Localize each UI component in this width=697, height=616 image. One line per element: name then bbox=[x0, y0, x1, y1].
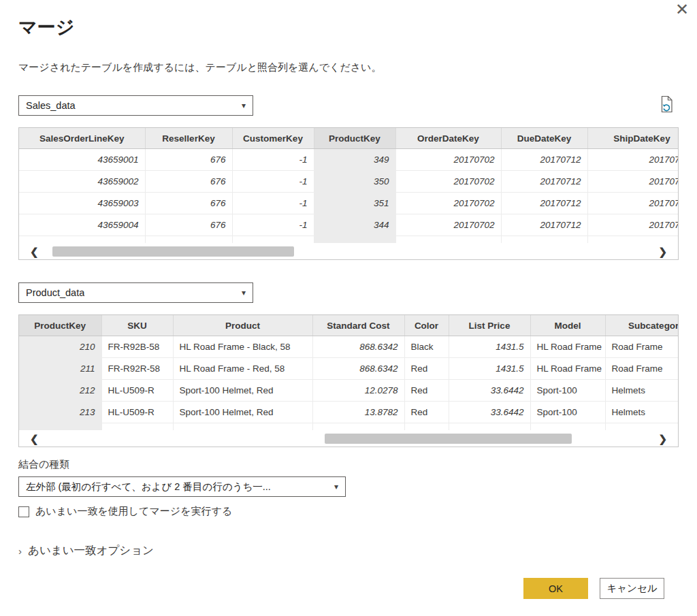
cell-ResellerKey[interactable]: 676 bbox=[145, 193, 232, 214]
cell-ProductKey[interactable]: 210 bbox=[19, 336, 101, 358]
table1-scroll-thumb[interactable] bbox=[52, 246, 294, 257]
table2-scroll-track[interactable] bbox=[47, 434, 651, 444]
column-header-Subcategory[interactable]: Subcategory bbox=[605, 315, 678, 336]
column-header-Product[interactable]: Product bbox=[173, 315, 312, 336]
table2-scrollbar[interactable]: ❮ ❯ bbox=[19, 430, 678, 447]
cell-Subcategory[interactable]: Road Frame bbox=[605, 336, 678, 358]
cell-SKU[interactable]: HL-U509-R bbox=[101, 402, 173, 423]
cell-OrderDateKey[interactable]: 20170702 bbox=[395, 236, 501, 244]
cell-ResellerKey[interactable]: 676 bbox=[145, 214, 232, 236]
close-icon[interactable]: ✕ bbox=[675, 0, 689, 20]
cell-Product[interactable]: HL Road Frame - Red, 58 bbox=[173, 358, 312, 380]
cell-SalesOrderLineKey[interactable]: 43659005 bbox=[19, 236, 145, 244]
cell-Model[interactable]: Sport-100 bbox=[530, 380, 605, 402]
cell-CustomerKey[interactable]: -1 bbox=[232, 236, 314, 244]
cell-Product[interactable]: Sport-100 Helmet, Red bbox=[173, 380, 312, 402]
cell-ProductKey[interactable]: 349 bbox=[314, 149, 395, 171]
scroll-right-icon[interactable]: ❯ bbox=[658, 246, 667, 257]
cell-ShipDateKey[interactable]: 20170709 bbox=[587, 193, 678, 214]
table2-scroll-thumb[interactable] bbox=[325, 434, 572, 444]
column-header-Model[interactable]: Model bbox=[530, 315, 605, 336]
cell-ResellerKey[interactable]: 676 bbox=[145, 149, 232, 171]
cell-SKU[interactable]: FR-R92B-58 bbox=[101, 336, 173, 358]
refresh-preview-icon[interactable] bbox=[660, 95, 675, 116]
cell-OrderDateKey[interactable]: 20170702 bbox=[395, 193, 501, 214]
cell-ProductKey[interactable]: 344 bbox=[314, 214, 395, 236]
table1-selector[interactable]: Sales_data ▾ bbox=[18, 95, 253, 116]
cell-Color[interactable]: Black bbox=[404, 336, 449, 358]
cell-Model[interactable]: Sport-100 bbox=[530, 402, 605, 423]
cell-CustomerKey[interactable]: -1 bbox=[232, 149, 314, 171]
cell-Model[interactable]: HL Road Frame bbox=[530, 336, 605, 358]
checkbox-unchecked-icon[interactable] bbox=[18, 506, 29, 517]
column-header-ResellerKey[interactable]: ResellerKey bbox=[145, 128, 232, 149]
cell-List Price[interactable]: 33.6442 bbox=[449, 402, 530, 423]
join-kind-selector[interactable]: 左外部 (最初の行すべて、および 2 番目の行のうち一... ▾ bbox=[18, 476, 346, 497]
cancel-button[interactable]: キャンセル bbox=[600, 578, 664, 599]
cell-ProductKey[interactable]: 345 bbox=[314, 236, 395, 244]
cell-ProductKey[interactable]: 212 bbox=[19, 380, 101, 402]
column-header-CustomerKey[interactable]: CustomerKey bbox=[232, 128, 314, 149]
cell-Subcategory[interactable]: Road Frame bbox=[605, 358, 678, 380]
cell-Product[interactable]: Sport-100 Helmet, Red bbox=[173, 402, 312, 423]
cell-List Price[interactable]: 1431.5 bbox=[449, 358, 530, 380]
cell-DueDateKey[interactable]: 20170712 bbox=[501, 236, 587, 244]
cell-ShipDateKey[interactable]: 20170709 bbox=[587, 214, 678, 236]
column-header-SKU[interactable]: SKU bbox=[101, 315, 173, 336]
table1-scroll-track[interactable] bbox=[47, 246, 651, 257]
column-header-ProductKey[interactable]: ProductKey bbox=[314, 128, 395, 149]
cell-OrderDateKey[interactable]: 20170702 bbox=[395, 171, 501, 193]
column-header-SalesOrderLineKey[interactable]: SalesOrderLineKey bbox=[19, 128, 145, 149]
fuzzy-match-checkbox-row[interactable]: あいまい一致を使用してマージを実行する bbox=[18, 505, 679, 518]
cell-DueDateKey[interactable]: 20170712 bbox=[501, 193, 587, 214]
cell-Standard Cost[interactable]: 13.8782 bbox=[312, 402, 404, 423]
cell-List Price[interactable]: 1431.5 bbox=[449, 336, 530, 358]
cell-SKU[interactable]: FR-R92R-58 bbox=[101, 358, 173, 380]
cell-ProductKey[interactable]: 211 bbox=[19, 358, 101, 380]
cell-Standard Cost[interactable]: 868.6342 bbox=[312, 336, 404, 358]
cell-SKU[interactable]: HL-U509-R bbox=[101, 380, 173, 402]
cell-ShipDateKey[interactable]: 20170709 bbox=[587, 236, 678, 244]
cell-Product[interactable]: Sport-100 Helmet, Red bbox=[173, 423, 312, 431]
cell-ShipDateKey[interactable]: 20170709 bbox=[587, 149, 678, 171]
cell-CustomerKey[interactable]: -1 bbox=[232, 214, 314, 236]
column-header-ProductKey[interactable]: ProductKey bbox=[19, 315, 101, 336]
ok-button[interactable]: OK bbox=[523, 578, 588, 599]
cell-SalesOrderLineKey[interactable]: 43659004 bbox=[19, 214, 145, 236]
column-header-DueDateKey[interactable]: DueDateKey bbox=[501, 128, 587, 149]
cell-CustomerKey[interactable]: -1 bbox=[232, 171, 314, 193]
cell-Subcategory[interactable]: Helmets bbox=[605, 402, 678, 423]
scroll-right-icon[interactable]: ❯ bbox=[658, 434, 667, 444]
cell-ProductKey[interactable]: 213 bbox=[19, 402, 101, 423]
cell-Model[interactable]: Sport-100 bbox=[530, 423, 605, 431]
cell-OrderDateKey[interactable]: 20170702 bbox=[395, 149, 501, 171]
column-header-OrderDateKey[interactable]: OrderDateKey bbox=[395, 128, 501, 149]
cell-Standard Cost[interactable]: 868.6342 bbox=[312, 358, 404, 380]
cell-Standard Cost[interactable]: 13.0863 bbox=[312, 423, 404, 431]
cell-ResellerKey[interactable]: 676 bbox=[145, 236, 232, 244]
fuzzy-options-expander[interactable]: › あいまい一致オプション bbox=[18, 543, 679, 558]
cell-OrderDateKey[interactable]: 20170702 bbox=[395, 214, 501, 236]
cell-Color[interactable]: Red bbox=[404, 423, 449, 431]
cell-ProductKey[interactable]: 214 bbox=[19, 423, 101, 431]
cell-ProductKey[interactable]: 350 bbox=[314, 171, 395, 193]
cell-SKU[interactable]: HL-U509-R bbox=[101, 423, 173, 431]
cell-DueDateKey[interactable]: 20170712 bbox=[501, 149, 587, 171]
cell-Color[interactable]: Red bbox=[404, 402, 449, 423]
column-header-ShipDateKey[interactable]: ShipDateKey bbox=[587, 128, 678, 149]
cell-CustomerKey[interactable]: -1 bbox=[232, 193, 314, 214]
table2-selector[interactable]: Product_data ▾ bbox=[18, 282, 253, 303]
cell-DueDateKey[interactable]: 20170712 bbox=[501, 171, 587, 193]
cell-SalesOrderLineKey[interactable]: 43659001 bbox=[19, 149, 145, 171]
cell-Subcategory[interactable]: Helmets bbox=[605, 423, 678, 431]
cell-Subcategory[interactable]: Helmets bbox=[605, 380, 678, 402]
cell-List Price[interactable]: 34.99 bbox=[449, 423, 530, 431]
cell-ShipDateKey[interactable]: 20170709 bbox=[587, 171, 678, 193]
scroll-left-icon[interactable]: ❮ bbox=[30, 246, 39, 257]
cell-ProductKey[interactable]: 351 bbox=[314, 193, 395, 214]
cell-Color[interactable]: Red bbox=[404, 358, 449, 380]
column-header-List Price[interactable]: List Price bbox=[449, 315, 530, 336]
table1-scrollbar[interactable]: ❮ ❯ bbox=[19, 243, 678, 259]
cell-Color[interactable]: Red bbox=[404, 380, 449, 402]
column-header-Color[interactable]: Color bbox=[404, 315, 449, 336]
